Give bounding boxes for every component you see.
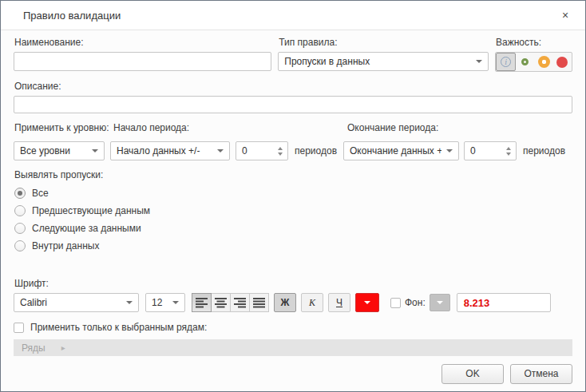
align-left-button[interactable] bbox=[192, 293, 212, 312]
align-justify-icon bbox=[253, 298, 265, 308]
spacer bbox=[14, 255, 572, 278]
description-label: Описание: bbox=[14, 81, 572, 92]
dialog-footer: OK Отмена bbox=[1, 356, 585, 391]
chevron-down-icon bbox=[92, 149, 98, 152]
name-input[interactable] bbox=[14, 52, 271, 71]
align-right-icon bbox=[234, 298, 246, 308]
font-color-button[interactable] bbox=[355, 293, 379, 312]
chevron-down-icon bbox=[437, 301, 443, 304]
radio-option-label: Следующие за данными bbox=[32, 223, 141, 234]
align-justify-button[interactable] bbox=[249, 293, 269, 312]
period-start-label: Начало периода: bbox=[113, 122, 346, 133]
importance-medium-button[interactable] bbox=[535, 53, 553, 71]
align-center-icon bbox=[215, 298, 227, 308]
period-end-offset-value: 0 bbox=[470, 145, 501, 156]
importance-label: Важность: bbox=[496, 37, 572, 48]
radio-option-label: Предшествующие данным bbox=[32, 205, 150, 216]
radio-icon[interactable] bbox=[14, 240, 26, 251]
radio-option-all[interactable]: Все bbox=[14, 184, 572, 202]
align-center-button[interactable] bbox=[211, 293, 231, 312]
apply-to-series-checkbox[interactable] bbox=[14, 323, 24, 333]
description-input[interactable] bbox=[14, 96, 572, 113]
font-label: Шрифт: bbox=[14, 278, 572, 289]
spinner-arrows-icon[interactable] bbox=[501, 147, 516, 156]
titlebar: Правило валидации × bbox=[1, 1, 585, 30]
close-icon[interactable]: × bbox=[556, 6, 574, 24]
dialog-content: Наименование: Тип правила: Пропуски в да… bbox=[1, 30, 585, 356]
period-end-offset-stepper[interactable]: 0 bbox=[464, 141, 517, 160]
period-end-value: Окончание данных +/- bbox=[350, 145, 441, 156]
info-icon: i bbox=[501, 57, 511, 67]
period-controls-row: Все уровни Начало данных +/- 0 периодов … bbox=[14, 141, 572, 160]
period-end-dropdown[interactable]: Окончание данных +/- bbox=[343, 141, 459, 160]
background-color-button[interactable] bbox=[430, 294, 450, 311]
background-checkbox[interactable] bbox=[390, 298, 401, 308]
importance-low-button[interactable] bbox=[516, 53, 534, 71]
name-field-group: Наименование: bbox=[14, 37, 271, 72]
importance-info-button[interactable]: i bbox=[496, 53, 516, 71]
dialog-title: Правило валидации bbox=[23, 10, 121, 22]
red-circle-icon bbox=[556, 57, 568, 68]
period-end-units-label: периодов bbox=[523, 145, 565, 156]
row-name-type-importance: Наименование: Тип правила: Пропуски в да… bbox=[14, 37, 572, 72]
chevron-down-icon bbox=[446, 149, 453, 152]
alignment-toggle-group bbox=[192, 293, 269, 312]
chevron-down-icon bbox=[476, 60, 482, 63]
validation-rule-dialog: Правило валидации × Наименование: Тип пр… bbox=[0, 0, 586, 392]
period-start-offset-stepper[interactable]: 0 bbox=[236, 141, 288, 160]
radio-option-inside[interactable]: Внутри данных bbox=[14, 237, 572, 255]
radio-icon[interactable] bbox=[14, 205, 26, 216]
apply-to-series-label: Применить только к выбранным рядам: bbox=[30, 322, 207, 333]
chevron-down-icon bbox=[217, 149, 224, 152]
underline-button[interactable]: Ч bbox=[328, 293, 350, 312]
detect-gaps-label: Выявлять пропуски: bbox=[14, 169, 572, 180]
rule-type-group: Тип правила: Пропуски в данных bbox=[278, 37, 489, 72]
background-label: Фон: bbox=[405, 297, 426, 308]
font-family-value: Calibri bbox=[20, 297, 121, 308]
align-right-button[interactable] bbox=[230, 293, 250, 312]
font-preview-box: 8.213 bbox=[457, 293, 551, 312]
font-size-value: 12 bbox=[152, 297, 168, 308]
chevron-down-icon bbox=[126, 301, 133, 304]
ok-button[interactable]: OK bbox=[441, 364, 504, 384]
radio-icon[interactable] bbox=[14, 223, 26, 234]
cancel-button[interactable]: Отмена bbox=[510, 364, 572, 384]
align-left-icon bbox=[196, 298, 208, 308]
apply-level-label: Применить к уровню: bbox=[14, 122, 113, 133]
breadcrumb-arrow-icon: ▸ bbox=[61, 343, 65, 352]
importance-toggle-group: i bbox=[495, 52, 572, 72]
italic-button[interactable]: К bbox=[301, 293, 323, 312]
apply-to-series-row[interactable]: Применить только к выбранным рядам: bbox=[14, 322, 572, 333]
period-start-dropdown[interactable]: Начало данных +/- bbox=[110, 141, 230, 160]
series-breadcrumb-bar: Ряды ▸ bbox=[14, 339, 572, 356]
period-start-value: Начало данных +/- bbox=[117, 145, 212, 156]
rule-type-value: Пропуски в данных bbox=[284, 56, 471, 67]
radio-option-following[interactable]: Следующие за данными bbox=[14, 220, 572, 237]
font-size-dropdown[interactable]: 12 bbox=[145, 293, 185, 312]
importance-high-button[interactable] bbox=[553, 53, 572, 71]
series-breadcrumb-label: Ряды bbox=[22, 343, 46, 354]
chevron-down-icon bbox=[364, 301, 370, 304]
period-labels-row: Применить к уровню: Начало периода: Окон… bbox=[14, 122, 572, 137]
importance-group-wrap: Важность: i bbox=[495, 37, 572, 72]
bold-button[interactable]: Ж bbox=[274, 293, 296, 312]
name-label: Наименование: bbox=[14, 37, 271, 48]
radio-option-label: Внутри данных bbox=[32, 240, 99, 251]
radio-icon[interactable] bbox=[14, 188, 26, 199]
apply-level-value: Все уровни bbox=[20, 145, 87, 156]
radio-option-label: Все bbox=[32, 188, 49, 199]
chevron-down-icon bbox=[172, 301, 179, 304]
period-start-units-label: периодов bbox=[295, 145, 337, 156]
apply-level-dropdown[interactable]: Все уровни bbox=[14, 141, 105, 160]
green-ring-icon bbox=[521, 58, 529, 65]
rule-type-dropdown[interactable]: Пропуски в данных bbox=[278, 52, 489, 71]
font-family-dropdown[interactable]: Calibri bbox=[14, 293, 139, 312]
orange-donut-icon bbox=[538, 56, 550, 68]
period-start-offset-value: 0 bbox=[242, 145, 273, 156]
spinner-arrows-icon[interactable] bbox=[273, 147, 287, 156]
font-controls-row: Calibri 12 bbox=[14, 293, 572, 312]
rule-type-label: Тип правила: bbox=[279, 37, 489, 48]
radio-option-preceding[interactable]: Предшествующие данным bbox=[14, 202, 572, 220]
period-end-label: Окончание периода: bbox=[347, 122, 572, 133]
